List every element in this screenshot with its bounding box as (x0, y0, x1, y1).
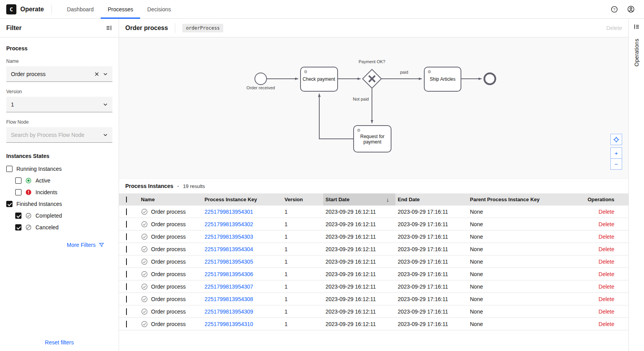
row-select-cell (119, 308, 138, 315)
row-checkbox[interactable] (126, 296, 127, 303)
select-all-checkbox[interactable] (126, 197, 127, 202)
delete-instance-button[interactable]: Delete (599, 221, 614, 227)
camunda-logo: C (6, 4, 16, 14)
row-checkbox[interactable] (126, 308, 127, 315)
process-name-combobox[interactable]: Order process (6, 66, 112, 82)
delete-instance-button[interactable]: Delete (599, 246, 614, 252)
nav-decisions[interactable]: Decisions (140, 0, 178, 19)
active-state-icon (25, 177, 32, 184)
task-ship-articles[interactable]: ⚙ Ship Articles (424, 67, 461, 91)
delete-instance-button[interactable]: Delete (599, 234, 614, 240)
delete-process-button[interactable]: Delete (607, 25, 622, 31)
reset-filters-button[interactable]: Reset filters (45, 339, 74, 346)
user-menu-button[interactable] (624, 3, 637, 16)
collapse-panel-icon[interactable] (106, 25, 112, 31)
help-button[interactable]: ? (608, 3, 621, 16)
row-checkbox[interactable] (126, 258, 127, 265)
reset-zoom-icon (613, 136, 619, 143)
instance-name: Order process (151, 209, 186, 215)
task-request-for-payment[interactable]: ⚙ Request for payment (354, 126, 391, 152)
running-instances-checkbox[interactable] (6, 166, 12, 172)
delete-instance-button[interactable]: Delete (599, 259, 614, 265)
delete-instance-button[interactable]: Delete (599, 296, 614, 302)
chevron-down-icon[interactable] (103, 133, 108, 137)
delete-instance-button[interactable]: Delete (599, 271, 614, 277)
instance-key-link[interactable]: 2251799813954307 (205, 284, 253, 290)
instance-version: 1 (282, 209, 323, 215)
name-field-label: Name (6, 58, 112, 64)
instance-version: 1 (282, 271, 323, 277)
column-header-parent-key[interactable]: Parent Process Instance Key (468, 197, 567, 202)
delete-instance-button[interactable]: Delete (599, 209, 614, 215)
instance-key-link[interactable]: 2251799813954310 (205, 321, 253, 327)
completed-checkbox[interactable] (15, 213, 21, 219)
instance-key-link[interactable]: 2251799813954309 (205, 308, 253, 315)
instance-key-link[interactable]: 2251799813954306 (205, 271, 253, 277)
zoom-in-button[interactable]: + (610, 147, 622, 159)
chevron-down-icon[interactable] (103, 72, 108, 76)
edge-label-not-paid: Not paid (353, 97, 369, 101)
header-actions: ? (608, 3, 644, 16)
instance-parent-key: None (468, 234, 567, 240)
state-label: Running Instances (16, 166, 62, 172)
nav-dashboard[interactable]: Dashboard (60, 0, 101, 19)
row-checkbox[interactable] (126, 221, 127, 228)
filters-title: Filter (6, 25, 21, 32)
instance-key-link[interactable]: 2251799813954305 (205, 259, 253, 265)
task-label: Ship Articles (430, 76, 455, 82)
row-checkbox[interactable] (126, 283, 127, 290)
row-checkbox[interactable] (126, 321, 127, 328)
row-checkbox[interactable] (126, 246, 127, 253)
instance-version: 1 (282, 221, 323, 227)
bpmn-diagram-canvas[interactable]: Order received ⚙ Check payment Payment O… (119, 37, 628, 178)
delete-instance-button[interactable]: Delete (599, 308, 614, 315)
row-select-cell (119, 234, 138, 240)
active-checkbox[interactable] (15, 177, 21, 184)
diagram-zoom-controls: + − (610, 134, 622, 170)
clear-selection-icon[interactable] (94, 72, 99, 76)
sort-descending-icon: ↓ (386, 196, 390, 203)
process-id-badge: orderProcess (182, 24, 223, 32)
end-event[interactable] (484, 73, 495, 84)
instance-parent-key: None (468, 284, 567, 290)
filters-body: Process Name Order process Version 1 Flo… (0, 37, 119, 351)
task-check-payment[interactable]: ⚙ Check payment (301, 67, 338, 91)
column-header-end-date[interactable]: End Date (395, 197, 468, 202)
incidents-checkbox[interactable] (15, 189, 21, 195)
start-event-order-received[interactable]: Order received (247, 73, 275, 90)
instance-parent-key: None (468, 271, 567, 277)
table-body: Order process 2251799813954301 1 2023-09… (119, 206, 628, 351)
gateway-payment-ok[interactable]: Payment OK? (359, 59, 385, 88)
more-filters-button[interactable]: More Filters (67, 242, 112, 248)
delete-instance-button[interactable]: Delete (599, 284, 614, 290)
completed-state-icon (141, 208, 148, 215)
row-checkbox[interactable] (126, 233, 127, 240)
expand-operations-panel-icon[interactable] (633, 23, 640, 30)
column-header-name[interactable]: Name (138, 197, 202, 202)
version-select[interactable]: 1 (6, 97, 112, 112)
nav-processes[interactable]: Processes (101, 0, 140, 19)
instance-key-link[interactable]: 2251799813954301 (205, 209, 253, 215)
column-header-version[interactable]: Version (282, 197, 323, 202)
flow-node-input[interactable] (11, 132, 99, 138)
row-checkbox[interactable] (126, 271, 127, 278)
instance-key-link[interactable]: 2251799813954308 (205, 296, 253, 302)
instance-end-date: 2023-09-29 17:16:11 (395, 221, 468, 227)
instance-key-link[interactable]: 2251799813954302 (205, 221, 253, 227)
delete-instance-button[interactable]: Delete (599, 321, 614, 327)
instance-name-cell: Order process (138, 308, 202, 315)
finished-instances-checkbox[interactable] (6, 201, 12, 207)
zoom-out-button[interactable]: − (610, 158, 622, 170)
column-header-start-date[interactable]: Start Date ↓ (323, 193, 395, 206)
version-field-label: Version (6, 89, 112, 94)
reset-zoom-button[interactable] (610, 134, 622, 145)
chevron-down-icon[interactable] (103, 102, 108, 107)
instance-key-link[interactable]: 2251799813954303 (205, 234, 253, 240)
process-title: Order process (125, 25, 168, 32)
instance-name: Order process (151, 271, 186, 277)
instance-key-link[interactable]: 2251799813954304 (205, 246, 253, 252)
row-checkbox[interactable] (126, 208, 127, 215)
column-header-process-instance-key[interactable]: Process Instance Key (202, 197, 282, 202)
flow-node-combobox[interactable] (6, 127, 112, 143)
canceled-checkbox[interactable] (15, 224, 21, 230)
